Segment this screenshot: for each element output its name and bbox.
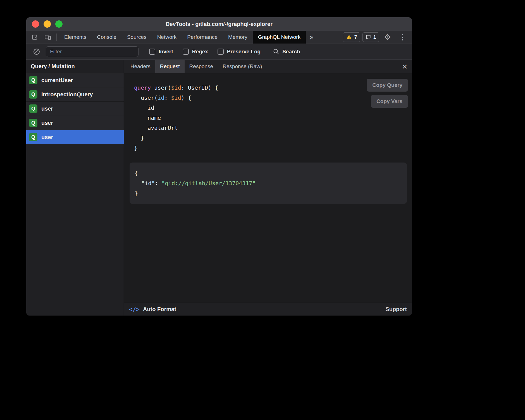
main-tabbar: ElementsConsoleSourcesNetworkPerformance… bbox=[26, 31, 412, 44]
clear-log-button[interactable] bbox=[30, 48, 43, 55]
query-type-badge: Q bbox=[29, 90, 37, 99]
query-label: user bbox=[41, 120, 53, 126]
close-panel-button[interactable]: × bbox=[398, 60, 412, 73]
query-list: QcurrentUserQIntrospectionQueryQuserQuse… bbox=[26, 73, 124, 144]
code-line: "id": "gid://gitlab/User/13704317" bbox=[135, 178, 402, 188]
query-label: IntrospectionQuery bbox=[41, 91, 93, 98]
detail-tab-strip: HeadersRequestResponseResponse (Raw) bbox=[126, 60, 267, 73]
search-icon bbox=[273, 48, 280, 55]
request-content: Copy Query Copy Vars query user($id: Use… bbox=[124, 73, 412, 303]
variables-panel: { "id": "gid://gitlab/User/13704317"} bbox=[130, 163, 407, 204]
code-line: avatarUrl bbox=[134, 123, 407, 133]
code-line: query user($id: UserID) { bbox=[134, 83, 407, 93]
code-line: } bbox=[134, 143, 407, 153]
tab-network[interactable]: Network bbox=[152, 31, 182, 44]
sidebar-header: Query / Mutation bbox=[26, 60, 124, 73]
code-line: { bbox=[135, 168, 402, 178]
detail-tab-response[interactable]: Response bbox=[185, 60, 218, 73]
tab-elements[interactable]: Elements bbox=[59, 31, 92, 44]
query-list-item[interactable]: Quser bbox=[26, 116, 124, 130]
query-type-badge: Q bbox=[29, 119, 37, 127]
settings-gear-icon[interactable]: ⚙ bbox=[381, 34, 394, 41]
message-count: 1 bbox=[373, 34, 376, 40]
tab-memory[interactable]: Memory bbox=[223, 31, 253, 44]
issues-badge[interactable]: 1 bbox=[362, 32, 379, 42]
query-list-item[interactable]: Quser bbox=[26, 130, 124, 144]
traffic-lights bbox=[32, 20, 63, 28]
checkbox-box[interactable] bbox=[149, 49, 155, 55]
filter-toolbar: InvertRegexPreserve Log Search bbox=[26, 44, 412, 60]
detail-panel: HeadersRequestResponseResponse (Raw) × C… bbox=[124, 60, 412, 316]
detail-tabbar: HeadersRequestResponseResponse (Raw) × bbox=[124, 60, 412, 73]
query-type-badge: Q bbox=[29, 133, 37, 141]
kebab-menu-icon[interactable]: ⋮ bbox=[396, 34, 409, 41]
checkbox-regex[interactable]: Regex bbox=[183, 49, 208, 55]
query-label: currentUser bbox=[41, 77, 73, 83]
statusbar: </> Auto Format Support bbox=[124, 303, 412, 316]
warnings-badge[interactable]: 7 bbox=[343, 32, 360, 42]
toolbar-checkboxes: InvertRegexPreserve Log bbox=[149, 49, 261, 55]
close-window-button[interactable] bbox=[32, 20, 39, 28]
query-code: query user($id: UserID) { user(id: $id) … bbox=[134, 83, 407, 153]
query-type-badge: Q bbox=[29, 76, 37, 84]
detail-tab-request[interactable]: Request bbox=[155, 60, 185, 73]
zoom-window-button[interactable] bbox=[55, 20, 63, 28]
more-tabs-button[interactable]: » bbox=[306, 31, 317, 44]
tab-sources[interactable]: Sources bbox=[122, 31, 152, 44]
code-line: user(id: $id) { bbox=[134, 93, 407, 103]
devtools-window: DevTools - gitlab.com/-/graphql-explorer… bbox=[26, 17, 412, 316]
titlebar: DevTools - gitlab.com/-/graphql-explorer bbox=[26, 17, 412, 31]
warning-icon bbox=[346, 34, 352, 40]
copy-buttons: Copy Query Copy Vars bbox=[367, 79, 408, 108]
support-link[interactable]: Support bbox=[385, 306, 407, 312]
checkbox-label: Regex bbox=[192, 49, 208, 55]
checkbox-invert[interactable]: Invert bbox=[149, 49, 173, 55]
inspect-icon bbox=[31, 34, 39, 41]
copy-query-button[interactable]: Copy Query bbox=[367, 79, 408, 92]
checkbox-box[interactable] bbox=[218, 49, 224, 55]
variables-code: { "id": "gid://gitlab/User/13704317"} bbox=[135, 168, 402, 198]
code-line: } bbox=[135, 188, 402, 198]
warning-count: 7 bbox=[354, 34, 357, 40]
tab-console[interactable]: Console bbox=[92, 31, 122, 44]
inspect-element-button[interactable] bbox=[28, 31, 41, 44]
query-list-item[interactable]: Quser bbox=[26, 102, 124, 116]
window-title: DevTools - gitlab.com/-/graphql-explorer bbox=[166, 21, 273, 27]
auto-format-button[interactable]: Auto Format bbox=[143, 306, 176, 312]
code-line: id bbox=[134, 103, 407, 113]
detail-tab-response-raw[interactable]: Response (Raw) bbox=[218, 60, 267, 73]
copy-vars-button[interactable]: Copy Vars bbox=[371, 95, 408, 108]
block-icon bbox=[33, 48, 40, 55]
query-list-item[interactable]: QIntrospectionQuery bbox=[26, 87, 124, 102]
code-format-icon: </> bbox=[129, 306, 140, 313]
checkbox-box[interactable] bbox=[183, 49, 189, 55]
message-bubble-icon bbox=[366, 34, 371, 40]
main-tab-strip: ElementsConsoleSourcesNetworkPerformance… bbox=[59, 31, 306, 44]
device-toolbar-icon bbox=[44, 34, 51, 41]
search-control[interactable]: Search bbox=[273, 48, 300, 55]
code-line: } bbox=[134, 133, 407, 143]
checkbox-preserve-log[interactable]: Preserve Log bbox=[218, 49, 261, 55]
query-type-badge: Q bbox=[29, 104, 37, 113]
tab-performance[interactable]: Performance bbox=[182, 31, 223, 44]
tab-graphql-network[interactable]: GraphQL Network bbox=[253, 31, 306, 44]
query-sidebar: Query / Mutation QcurrentUserQIntrospect… bbox=[26, 60, 124, 316]
main-split: Query / Mutation QcurrentUserQIntrospect… bbox=[26, 60, 412, 316]
query-list-item[interactable]: QcurrentUser bbox=[26, 73, 124, 87]
checkbox-label: Invert bbox=[159, 49, 173, 55]
device-toolbar-button[interactable] bbox=[41, 31, 54, 44]
tabbar-right-controls: 7 1 ⚙ ⋮ bbox=[343, 31, 412, 44]
search-label: Search bbox=[282, 49, 300, 55]
checkbox-label: Preserve Log bbox=[227, 49, 261, 55]
code-line: name bbox=[134, 113, 407, 123]
toolbar-divider bbox=[56, 34, 57, 41]
filter-input[interactable] bbox=[46, 46, 139, 57]
query-label: user bbox=[41, 134, 53, 140]
detail-tab-headers[interactable]: Headers bbox=[126, 60, 155, 73]
minimize-window-button[interactable] bbox=[44, 20, 51, 28]
query-label: user bbox=[41, 106, 53, 112]
